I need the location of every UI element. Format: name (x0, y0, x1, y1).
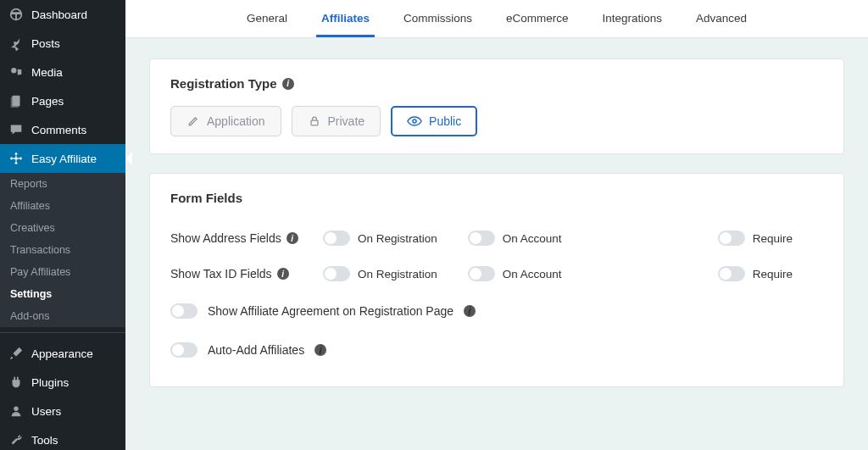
field-label: Show Affiliate Agreement on Registration… (208, 304, 453, 318)
svg-point-0 (11, 68, 16, 73)
sidebar-subitem-transactions[interactable]: Transactions (0, 239, 125, 261)
registration-option-private[interactable]: Private (292, 106, 381, 136)
card-title: Registration Type i (170, 76, 823, 91)
main-content: General Affiliates Commissions eCommerce… (125, 0, 868, 450)
info-icon[interactable]: i (277, 268, 289, 280)
toggle-switch[interactable] (718, 266, 745, 281)
sidebar-subitem-affiliates[interactable]: Affiliates (0, 195, 125, 217)
sidebar-submenu: Reports Affiliates Creatives Transaction… (0, 173, 125, 327)
svg-point-10 (413, 119, 416, 123)
comments-icon (8, 122, 24, 137)
form-fields-card: Form Fields Show Address Fields i On Reg… (149, 173, 844, 387)
show-address-fields-row: Show Address Fields i On Registration On… (170, 220, 823, 256)
svg-point-7 (15, 162, 18, 164)
wrench-icon (8, 432, 24, 447)
dashboard-icon (8, 7, 24, 22)
info-icon[interactable]: i (314, 344, 326, 356)
field-label: Show Tax ID Fields i (170, 267, 323, 281)
registration-type-group: Application Private Public (170, 106, 823, 136)
sidebar-item-plugins[interactable]: Plugins (0, 368, 125, 397)
sidebar-item-posts[interactable]: Posts (0, 29, 125, 58)
svg-rect-9 (311, 120, 318, 125)
sidebar-item-media[interactable]: Media (0, 58, 125, 86)
sidebar-label: Media (31, 66, 63, 79)
sidebar-item-pages[interactable]: Pages (0, 86, 125, 115)
tab-general[interactable]: General (242, 0, 292, 37)
sidebar-item-users[interactable]: Users (0, 397, 125, 425)
toggle-switch[interactable] (468, 231, 495, 246)
tab-advanced[interactable]: Advanced (691, 0, 752, 37)
admin-sidebar: Dashboard Posts Media Pages Comments Eas… (0, 0, 125, 450)
brush-icon (8, 346, 24, 361)
sidebar-subitem-settings[interactable]: Settings (0, 283, 125, 305)
sidebar-subitem-creatives[interactable]: Creatives (0, 217, 125, 239)
show-tax-id-fields-row: Show Tax ID Fields i On Registration On … (170, 256, 823, 292)
registration-option-public[interactable]: Public (391, 106, 477, 136)
auto-add-affiliates-row: Auto-Add Affiliates i (170, 331, 823, 369)
toggle-on-account: On Account (468, 231, 562, 246)
sidebar-subitem-reports[interactable]: Reports (0, 173, 125, 195)
pages-icon (8, 93, 24, 108)
toggle-on-registration: On Registration (323, 266, 437, 281)
toggle-switch[interactable] (323, 231, 350, 246)
toggle-require: Require (718, 231, 793, 246)
sidebar-label: Comments (31, 124, 86, 136)
svg-point-8 (14, 407, 18, 411)
registration-type-card: Registration Type i Application Private … (149, 58, 844, 154)
plug-icon (8, 375, 24, 390)
sidebar-item-tools[interactable]: Tools (0, 425, 125, 450)
toggle-on-registration: On Registration (323, 231, 437, 246)
tab-commissions[interactable]: Commissions (398, 0, 477, 37)
sidebar-label: Users (31, 405, 61, 418)
tab-ecommerce[interactable]: eCommerce (501, 0, 574, 37)
sidebar-item-comments[interactable]: Comments (0, 115, 125, 144)
sidebar-subitem-addons[interactable]: Add-ons (0, 305, 125, 327)
sidebar-label: Appearance (31, 347, 93, 360)
tab-affiliates[interactable]: Affiliates (316, 0, 375, 37)
toggle-on-account: On Account (468, 266, 562, 281)
toggle-switch[interactable] (323, 266, 350, 281)
info-icon[interactable]: i (464, 305, 476, 317)
toggle-switch[interactable] (170, 342, 198, 358)
toggle-switch[interactable] (468, 266, 495, 281)
users-icon (8, 403, 24, 419)
sidebar-label: Easy Affiliate (31, 153, 97, 165)
sidebar-label: Plugins (31, 376, 69, 389)
sidebar-item-dashboard[interactable]: Dashboard (0, 0, 125, 29)
registration-option-application[interactable]: Application (170, 106, 281, 136)
sidebar-subitem-pay-affiliates[interactable]: Pay Affiliates (0, 261, 125, 283)
toggle-switch[interactable] (718, 231, 745, 246)
toggle-switch[interactable] (170, 303, 198, 319)
show-affiliate-agreement-row: Show Affiliate Agreement on Registration… (170, 292, 823, 331)
eye-icon (407, 114, 422, 128)
sidebar-label: Dashboard (31, 8, 87, 21)
settings-tabs: General Affiliates Commissions eCommerce… (125, 0, 868, 38)
info-icon[interactable]: i (282, 78, 294, 90)
sidebar-label: Pages (31, 95, 64, 108)
media-icon (8, 64, 24, 80)
field-label: Auto-Add Affiliates (208, 343, 304, 357)
lock-icon (308, 114, 321, 128)
svg-point-5 (19, 158, 22, 160)
sidebar-label: Tools (31, 434, 58, 447)
svg-rect-2 (11, 97, 19, 108)
affiliate-icon (8, 151, 24, 166)
sidebar-item-appearance[interactable]: Appearance (0, 339, 125, 368)
field-label: Show Address Fields i (170, 231, 323, 245)
toggle-require: Require (718, 266, 793, 281)
sidebar-separator (0, 332, 125, 339)
info-icon[interactable]: i (287, 232, 298, 244)
pin-icon (8, 36, 24, 51)
svg-point-3 (14, 157, 18, 160)
sidebar-item-easy-affiliate[interactable]: Easy Affiliate (0, 144, 125, 173)
sidebar-label: Posts (31, 37, 60, 50)
svg-point-4 (10, 158, 13, 160)
svg-point-6 (15, 153, 18, 155)
pencil-icon (186, 114, 200, 128)
tab-integrations[interactable]: Integrations (598, 0, 668, 37)
card-title: Form Fields (170, 191, 823, 205)
